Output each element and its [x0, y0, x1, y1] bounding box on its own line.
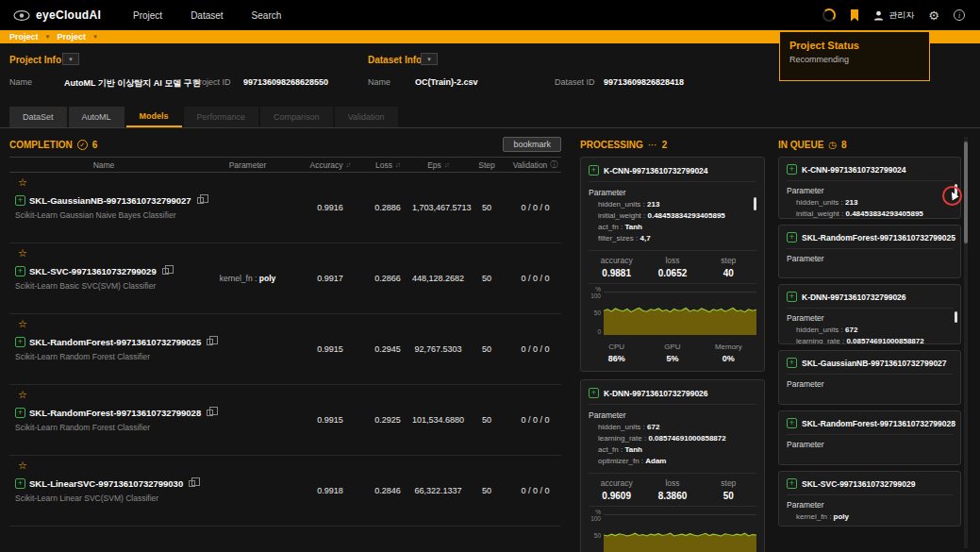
col-eps[interactable]: Eps↓↑ — [412, 160, 464, 170]
col-parameter: Parameter — [198, 160, 297, 170]
model-name: K-CNN-99713610732799024 — [802, 165, 906, 175]
param-value: 0.48453834293405895 — [647, 211, 724, 220]
model-subtitle: Scikit-Learn Random Forest Classifier — [15, 423, 198, 432]
table-row[interactable]: ☆ + SKL-GaussianNB-99713610732799027 Sci… — [9, 173, 561, 243]
param-key: hidden_units — [598, 423, 640, 431]
bookmark-icon[interactable] — [850, 9, 859, 22]
queue-card[interactable]: + SKL-RandomForest-99713610732799025 Par… — [778, 225, 961, 278]
tab-dataset[interactable]: DataSet — [9, 107, 67, 127]
user-menu[interactable]: 관리자 — [873, 9, 914, 22]
scrollbar-thumb[interactable] — [754, 197, 756, 210]
favorite-star-icon[interactable]: ☆ — [18, 319, 198, 329]
table-row[interactable]: ☆ + SKL-LinearSVC-99713610732799030 Scik… — [9, 456, 561, 527]
model-name: K-DNN-99713610732799026 — [604, 389, 708, 398]
breadcrumb-project-1[interactable]: Project — [9, 32, 39, 42]
col-loss[interactable]: Loss↓↑ — [363, 160, 412, 170]
external-link-icon[interactable] — [162, 268, 169, 275]
bookmark-filter-button[interactable]: bookmark — [503, 137, 561, 152]
training-chart: % 100 50 0 — [589, 514, 756, 552]
dataset-info-title: Dataset Info — [368, 55, 422, 65]
queue-card[interactable]: + SKL-RandomForest-99713610732799028 Par… — [778, 410, 961, 465]
table-row[interactable]: ☆ + SKL-SVC-99713610732799029 Scikit-Lea… — [9, 243, 561, 314]
param-key: optimizer_fn — [598, 457, 639, 465]
queue-card[interactable]: + SKL-GaussianNB-99713610732799027 Param… — [778, 350, 961, 405]
model-icon: + — [787, 358, 797, 368]
favorite-star-icon[interactable]: ☆ — [18, 177, 198, 188]
tab-automl[interactable]: AutoML — [69, 107, 125, 127]
usage-value: 5% — [644, 354, 700, 363]
app-logo[interactable]: eyeCloudAI — [0, 8, 101, 22]
accuracy-value: 0.9915 — [297, 344, 363, 354]
table-row[interactable]: ☆ + SKL-RandomForest-99713610732799025 S… — [9, 314, 561, 385]
sort-icon[interactable]: ↓↑ — [345, 161, 350, 168]
nav-project[interactable]: Project — [133, 10, 162, 21]
eps-value: 66,322.1337 — [412, 486, 464, 495]
processing-header: PROCESSING ⋯ 2 — [580, 132, 765, 157]
external-link-icon[interactable] — [207, 339, 213, 345]
table-row[interactable]: ☆ + SKL-RandomForest-99713610732799028 S… — [9, 385, 561, 456]
model-name: SKL-RandomForest-99713610732799028 — [802, 419, 955, 428]
project-status-title: Project Status — [789, 40, 920, 51]
project-status-popup: Project Status Recommending — [779, 31, 930, 81]
col-accuracy[interactable]: Accuracy↓↑ — [297, 160, 363, 170]
validation-value: 0 / 0 / 0 — [509, 486, 561, 495]
model-subtitle: Scikit-Learn Random Forest Classifier — [15, 352, 198, 361]
vertical-scrollbar[interactable] — [964, 137, 968, 548]
model-name-cell: ☆ + SKL-LinearSVC-99713610732799030 Scik… — [9, 456, 198, 526]
dots-icon: ⋯ — [648, 140, 657, 150]
scrollbar-thumb[interactable] — [964, 142, 968, 243]
sort-icon[interactable]: ↓↑ — [444, 161, 449, 168]
model-name: SKL-GaussianNB-99713610732799027 — [802, 359, 947, 368]
metric-value: 50 — [701, 491, 756, 501]
model-icon: + — [15, 266, 25, 276]
step-value: 50 — [464, 415, 509, 425]
parameter-cell: kernel_fn : poly — [198, 274, 297, 283]
parameter-block: Parameter hidden_units : 672 learning_ra… — [589, 410, 756, 465]
metric-label: accuracy — [589, 478, 644, 488]
tab-comparison[interactable]: Comparison — [260, 107, 333, 127]
external-link-icon[interactable] — [197, 197, 204, 204]
settings-gear-icon[interactable]: ⚙ — [928, 9, 939, 22]
external-link-icon[interactable] — [189, 480, 195, 487]
favorite-star-icon[interactable]: ☆ — [18, 390, 198, 400]
processing-card[interactable]: + K-DNN-99713610732799026 Parameter hidd… — [580, 379, 765, 552]
check-circle-icon: ✓ — [77, 140, 88, 150]
param-value: Tanh — [624, 223, 642, 231]
tab-models[interactable]: Models — [126, 107, 182, 127]
queue-card[interactable]: + K-DNN-99713610732799026 Parameter hidd… — [778, 284, 961, 344]
info-icon[interactable]: i — [954, 9, 965, 21]
chart-plot-area — [604, 292, 756, 335]
processing-card[interactable]: + K-CNN-99713610732799024 Parameter hidd… — [580, 157, 765, 372]
project-info-collapse-button[interactable]: ▼ — [62, 53, 79, 65]
external-link-icon[interactable] — [207, 410, 213, 416]
project-name-label: Name — [9, 77, 32, 87]
favorite-star-icon[interactable]: ☆ — [18, 248, 198, 259]
sort-icon[interactable]: ↓↑ — [395, 161, 400, 168]
in-queue-header: IN QUEUE ◷ 8 — [778, 132, 961, 157]
project-status-value: Recommending — [789, 55, 920, 64]
progress-ring-icon[interactable] — [822, 8, 836, 22]
parameter-title: Parameter — [787, 440, 953, 449]
eps-value: 92,767.5303 — [412, 344, 464, 354]
dataset-info-collapse-button[interactable]: ▼ — [421, 53, 438, 65]
tab-performance[interactable]: Performance — [184, 107, 259, 127]
info-circle-icon[interactable]: ⓘ — [550, 159, 557, 170]
param-key: kernel_fn — [796, 512, 827, 521]
breadcrumb-project-2[interactable]: Project — [57, 32, 86, 42]
validation-value: 0 / 0 / 0 — [509, 274, 561, 283]
parameter-title: Parameter — [787, 313, 953, 323]
nav-dataset[interactable]: Dataset — [191, 10, 223, 21]
nav-search[interactable]: Search — [252, 10, 282, 21]
parameter-title: Parameter — [589, 188, 756, 197]
tab-validation[interactable]: Validation — [335, 107, 398, 127]
param-value: 4,7 — [639, 234, 650, 243]
queue-card[interactable]: + K-CNN-99713610732799024 Parameter hidd… — [778, 157, 961, 219]
param-key: filter_sizes — [598, 234, 634, 243]
metric-label: accuracy — [589, 256, 644, 265]
favorite-star-icon[interactable]: ☆ — [18, 460, 198, 471]
scrollbar-thumb[interactable] — [955, 311, 957, 323]
model-name: SKL-RandomForest-99713610732799028 — [29, 408, 201, 418]
metric-label: loss — [644, 478, 700, 488]
validation-value: 0 / 0 / 0 — [509, 415, 561, 425]
queue-card[interactable]: + SKL-SVC-99713610732799029 Parameter ke… — [778, 471, 961, 527]
